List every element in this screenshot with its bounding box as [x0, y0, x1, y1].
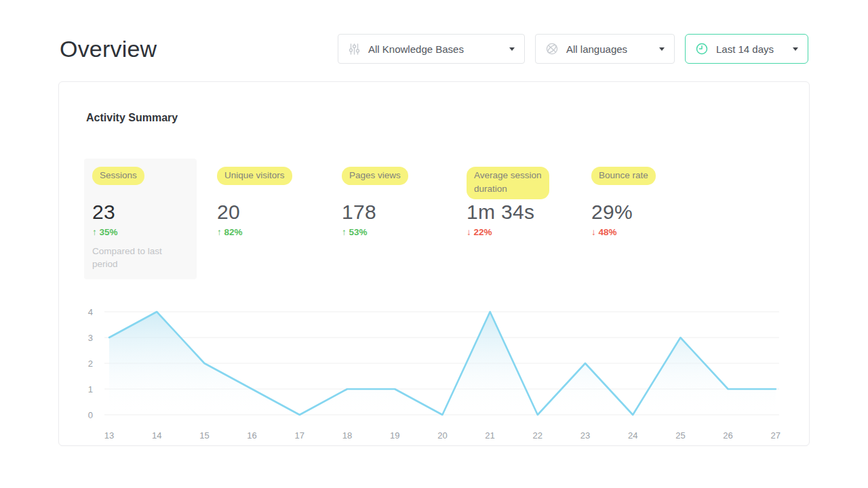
sliders-icon [348, 43, 361, 56]
metric-sessions[interactable]: Sessions23↑ 35%Compared to last period [84, 159, 197, 279]
metric-pages-views[interactable]: Pages views178↑ 53% [334, 159, 446, 279]
x-tick-label: 27 [771, 430, 781, 441]
arrow-down-icon: ↓ [467, 227, 474, 237]
metric-label-highlight: Average session duration [467, 167, 549, 199]
x-tick-label: 18 [342, 430, 352, 441]
x-tick-label: 15 [199, 430, 209, 441]
metric-value: 1m 34s [467, 201, 563, 224]
arrow-up-icon: ↑ [217, 227, 224, 237]
metric-delta: ↓ 48% [591, 227, 688, 237]
y-tick-label: 3 [88, 332, 93, 342]
globe-icon [545, 42, 559, 56]
metric-label-wrap: Average session duration [467, 167, 563, 201]
arrow-up-icon: ↑ [342, 227, 349, 237]
language-dropdown-label: All languages [566, 43, 627, 55]
x-tick-label: 17 [295, 430, 304, 441]
date-range-dropdown-label: Last 14 days [716, 43, 774, 55]
y-tick-label: 1 [88, 384, 93, 394]
chart-canvas: 01234131415161718192021222324252627 [82, 303, 787, 447]
metric-value: 23 [92, 201, 189, 224]
metric-label-wrap: Sessions [92, 167, 189, 201]
x-tick-label: 21 [485, 430, 494, 441]
metric-delta: ↑ 35% [92, 227, 189, 237]
arrow-down-icon: ↓ [591, 227, 599, 237]
metric-delta: ↓ 22% [467, 227, 563, 237]
metric-caption: Compared to last period [92, 245, 180, 271]
metric-unique-visitors[interactable]: Unique visitors20↑ 82% [209, 159, 321, 279]
x-tick-label: 16 [247, 430, 256, 441]
metrics-row: Sessions23↑ 35%Compared to last periodUn… [84, 159, 782, 279]
x-tick-label: 14 [152, 430, 161, 441]
metric-value: 178 [342, 201, 438, 224]
date-range-dropdown[interactable]: Last 14 days [685, 34, 808, 64]
metric-label-wrap: Bounce rate [591, 167, 688, 201]
metric-value: 29% [591, 201, 688, 224]
x-tick-label: 25 [675, 430, 685, 441]
sessions-area-chart: 01234131415161718192021222324252627 [82, 303, 782, 447]
metric-label-highlight: Unique visitors [217, 167, 292, 185]
x-tick-label: 19 [390, 430, 399, 441]
x-tick-label: 22 [533, 430, 542, 441]
x-tick-label: 20 [437, 430, 447, 441]
metric-bounce-rate[interactable]: Bounce rate29%↓ 48% [583, 159, 696, 279]
card-title: Activity Summary [86, 112, 782, 124]
chevron-down-icon [659, 47, 665, 51]
activity-summary-card: Activity Summary Sessions23↑ 35%Compared… [58, 81, 810, 446]
metric-label-wrap: Unique visitors [217, 167, 313, 201]
chevron-down-icon [509, 47, 515, 51]
page-title: Overview [60, 36, 157, 62]
knowledge-base-dropdown-label: All Knowledge Bases [368, 43, 464, 55]
x-tick-label: 23 [580, 430, 590, 441]
x-tick-label: 13 [104, 430, 114, 441]
metric-average-session-duration[interactable]: Average session duration1m 34s↓ 22% [458, 159, 571, 279]
overview-page: Overview All Knowledge Bases [0, 0, 868, 488]
filters-bar: All Knowledge Bases All languages [338, 34, 808, 64]
metric-delta: ↑ 82% [217, 227, 313, 237]
metric-value: 20 [217, 201, 313, 224]
clock-icon [695, 42, 709, 56]
x-tick-label: 26 [723, 430, 732, 441]
metric-label-highlight: Sessions [92, 167, 144, 185]
y-tick-label: 0 [88, 409, 93, 420]
y-tick-label: 2 [88, 358, 93, 368]
language-dropdown[interactable]: All languages [535, 34, 675, 64]
x-tick-label: 24 [628, 430, 637, 441]
arrow-up-icon: ↑ [92, 227, 100, 237]
metric-label-wrap: Pages views [342, 167, 438, 201]
knowledge-base-dropdown[interactable]: All Knowledge Bases [338, 34, 525, 64]
page-header: Overview All Knowledge Bases [0, 0, 868, 64]
metric-label-highlight: Bounce rate [591, 167, 656, 185]
metric-label-highlight: Pages views [342, 167, 408, 185]
chevron-down-icon [793, 47, 798, 51]
y-tick-label: 4 [88, 306, 93, 317]
metric-delta: ↑ 53% [342, 227, 438, 237]
